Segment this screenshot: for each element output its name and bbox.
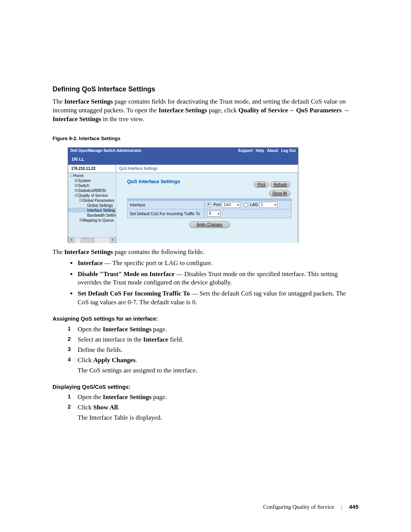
app-title-bar: Dell OpenManage Switch Administrator Sup… bbox=[68, 148, 298, 154]
print-button[interactable]: Print bbox=[254, 181, 269, 188]
display-heading: Displaying QoS/CoS settings: bbox=[53, 383, 358, 391]
lag-label: LAG bbox=[250, 202, 258, 207]
tree-item[interactable]: ⊟Global Parameters bbox=[68, 198, 116, 203]
support-link[interactable]: Support bbox=[238, 148, 253, 153]
fields-intro: The Interface Settings page contains the… bbox=[53, 248, 358, 257]
tree-item[interactable]: ⊞Switch bbox=[68, 183, 116, 188]
step-item: 2Click Show All. bbox=[68, 403, 358, 412]
help-link[interactable]: Help bbox=[256, 148, 264, 153]
display-result: The Interface Table is displayed. bbox=[78, 414, 358, 422]
tree-item[interactable]: ⊞Statistics/RMON bbox=[68, 188, 116, 193]
default-cos-select[interactable]: 0 bbox=[207, 211, 221, 217]
scroll-left-icon[interactable]: ◂ bbox=[68, 238, 74, 243]
default-cos-label: Set Default CoS For Incoming Traffic To bbox=[130, 211, 200, 216]
tree-item[interactable]: ⊞System bbox=[68, 178, 116, 183]
text-bold: Interface Settings bbox=[53, 115, 101, 123]
assign-steps: 1Open the Interface Settings page.2Selec… bbox=[53, 325, 358, 365]
text: page, click bbox=[207, 107, 238, 114]
assign-result: The CoS settings are assigned to the int… bbox=[78, 366, 358, 375]
text: in the tree view. bbox=[101, 115, 144, 123]
page-footer: Configuring Quality of Service | 445 bbox=[263, 503, 358, 511]
svg-text:LL: LL bbox=[79, 156, 84, 161]
breadcrumb-bar: 176.210.11.22 QoS Interface Settings bbox=[68, 165, 298, 173]
text: The bbox=[53, 248, 64, 256]
scroll-right-icon[interactable]: ▸ bbox=[110, 238, 116, 243]
lag-radio[interactable] bbox=[244, 203, 248, 207]
scroll-thumb[interactable] bbox=[81, 238, 94, 243]
display-steps: 1Open the Interface Settings page.2Click… bbox=[53, 393, 358, 412]
logout-link[interactable]: Log Out bbox=[281, 148, 296, 153]
figure-caption: Figure 9-2. Interface Settings bbox=[53, 135, 358, 142]
tree-item[interactable]: ⊟Quality of Service bbox=[68, 193, 116, 198]
field-list: Interface — The specific port or LAG to … bbox=[53, 259, 358, 307]
port-select[interactable]: 1/e1 bbox=[222, 202, 240, 208]
step-item: 2Select an interface in the Interface fi… bbox=[68, 335, 358, 344]
chapter-name: Configuring Quality of Service bbox=[263, 504, 334, 510]
table-row: Set Default CoS For Incoming Traffic To … bbox=[127, 209, 292, 218]
breadcrumb: QoS Interface Settings bbox=[116, 165, 298, 173]
section-heading: Defining QoS Interface Settings bbox=[53, 85, 358, 94]
step-item: 1Open the Interface Settings page. bbox=[68, 325, 358, 334]
settings-table: Interface Port 1/e1 LAG 1 bbox=[127, 198, 292, 218]
text: → bbox=[342, 107, 350, 114]
text-bold: QoS Parameters bbox=[296, 107, 341, 114]
device-ip: 176.210.11.22 bbox=[68, 165, 116, 173]
list-item: Set Default CoS For Incoming Traffic To … bbox=[77, 289, 358, 307]
about-link[interactable]: About bbox=[267, 148, 278, 153]
lag-select[interactable]: 1 bbox=[259, 202, 277, 208]
tree-scrollbar[interactable]: ◂ ▸ bbox=[68, 237, 116, 243]
text-bold: Interface Settings bbox=[64, 98, 113, 105]
app-title: Dell OpenManage Switch Administrator bbox=[70, 148, 142, 153]
text-bold: Quality of Service bbox=[239, 107, 288, 114]
refresh-button[interactable]: Refresh bbox=[270, 181, 290, 188]
text: page contains the following fields: bbox=[113, 248, 204, 256]
tree-item[interactable]: ⊞Mapping to Queue bbox=[68, 217, 116, 222]
tree-item[interactable]: ☐Home bbox=[68, 173, 116, 178]
list-item: Disable "Trust" Mode on Interface — Disa… bbox=[77, 270, 358, 288]
dell-logo-icon: DELL bbox=[72, 156, 99, 163]
tree-item[interactable]: Interface Setting bbox=[68, 208, 116, 212]
apply-changes-button[interactable]: Apply Changes bbox=[189, 221, 230, 228]
step-item: 3Define the fields. bbox=[68, 346, 358, 355]
table-row: Interface Port 1/e1 LAG 1 bbox=[127, 201, 292, 209]
page-number: 445 bbox=[349, 503, 358, 510]
logo-bar: DELL bbox=[68, 154, 298, 165]
port-label: Port bbox=[213, 202, 221, 207]
show-all-button[interactable]: Show All bbox=[269, 190, 290, 197]
tree-item[interactable]: Bandwidth Setting bbox=[68, 212, 116, 217]
assign-heading: Assigning QoS settings for an interface: bbox=[53, 315, 358, 323]
text: The bbox=[53, 98, 64, 105]
text-bold: Interface Settings bbox=[158, 107, 207, 114]
arrow: → bbox=[288, 107, 296, 114]
port-radio[interactable] bbox=[207, 203, 212, 207]
text-bold: Interface Settings bbox=[64, 248, 113, 256]
nav-tree[interactable]: ☐Home⊞System⊞Switch⊞Statistics/RMON⊟Qual… bbox=[68, 173, 116, 243]
tree-item[interactable]: Global Settings bbox=[68, 203, 116, 208]
figure-screenshot: Dell OpenManage Switch Administrator Sup… bbox=[68, 147, 298, 243]
separator: | bbox=[341, 504, 342, 510]
step-item: 1Open the Interface Settings page. bbox=[68, 393, 358, 402]
main-panel: QoS Interface Settings Print Refresh Sho… bbox=[116, 173, 298, 243]
step-item: 4Click Apply Changes. bbox=[68, 356, 358, 365]
list-item: Interface — The specific port or LAG to … bbox=[77, 259, 358, 268]
intro-paragraph: The Interface Settings page contains fie… bbox=[53, 97, 358, 124]
interface-label: Interface bbox=[130, 203, 145, 207]
